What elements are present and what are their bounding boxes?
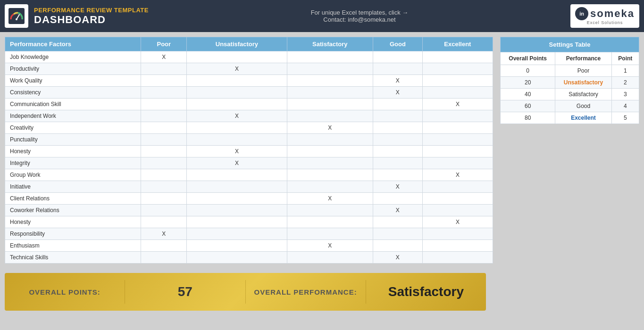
settings-title: Settings Table [501, 37, 639, 52]
overall-performance-label: OVERALL PERFORMANCE: [246, 283, 366, 301]
someka-logo: in someka Excel Solutions [575, 7, 635, 25]
rating-cell [373, 134, 422, 146]
table-row: ProductivityX [5, 63, 493, 75]
settings-point-cell: 1 [611, 65, 639, 77]
table-row: Work QualityX [5, 75, 493, 87]
rating-cell [373, 99, 422, 110]
rating-cell [141, 205, 187, 216]
rating-cell [422, 228, 493, 240]
rating-cell [187, 99, 287, 110]
factor-cell: Communication Skill [5, 99, 141, 110]
rating-cell [422, 146, 493, 157]
settings-row: 80Excellent5 [501, 112, 639, 124]
footer-divider-1 [125, 280, 125, 304]
table-row: InitiativeX [5, 181, 493, 193]
rating-cell: X [422, 169, 493, 181]
rating-cell [187, 75, 287, 87]
rating-cell [422, 110, 493, 122]
rating-cell [422, 63, 493, 75]
rating-cell [141, 240, 187, 252]
table-row: Communication SkillX [5, 99, 493, 110]
settings-table-container: Settings Table Overall Points Performanc… [500, 37, 639, 124]
performance-table-container: Performance Factors Poor Unsatisfactory … [5, 37, 493, 264]
table-row: ConsistencyX [5, 87, 493, 99]
col-header-unsat: Unsatisfactory [187, 37, 287, 51]
someka-icon: in [575, 7, 588, 20]
table-row: IntegrityX [5, 157, 493, 169]
factor-cell: Client Relations [5, 193, 141, 205]
rating-cell [141, 157, 187, 169]
settings-row: 20Unsatisfactory2 [501, 77, 639, 89]
rating-cell [422, 134, 493, 146]
factor-cell: Integrity [5, 157, 141, 169]
settings-col-perf: Performance [555, 52, 611, 65]
header-promo: For unique Excel templates, click → Cont… [311, 9, 409, 23]
rating-cell: X [287, 240, 373, 252]
rating-cell [373, 169, 422, 181]
svg-point-2 [16, 18, 17, 20]
rating-cell [187, 228, 287, 240]
rating-cell [287, 181, 373, 193]
table-row: Technical SkillsX [5, 252, 493, 264]
rating-cell [141, 193, 187, 205]
rating-cell [287, 63, 373, 75]
factor-cell: Technical Skills [5, 252, 141, 264]
rating-cell [422, 193, 493, 205]
rating-cell [373, 216, 422, 228]
rating-cell: X [373, 205, 422, 216]
col-header-exc: Excellent [422, 37, 493, 51]
rating-cell [141, 146, 187, 157]
someka-logo-container: in someka Excel Solutions [570, 4, 639, 28]
rating-cell [422, 51, 493, 63]
table-row: Coworker RelationsX [5, 205, 493, 216]
rating-cell [422, 87, 493, 99]
settings-row: 40Satisfactory3 [501, 89, 639, 100]
factor-cell: Independent Work [5, 110, 141, 122]
rating-cell [141, 87, 187, 99]
settings-points-cell: 0 [501, 65, 555, 77]
rating-cell [141, 63, 187, 75]
overall-points-value: 57 [125, 280, 245, 304]
rating-cell [287, 252, 373, 264]
rating-cell [187, 87, 287, 99]
rating-cell [373, 157, 422, 169]
table-row: HonestyX [5, 146, 493, 157]
rating-cell [141, 216, 187, 228]
rating-cell [187, 134, 287, 146]
rating-cell [422, 122, 493, 134]
settings-points-cell: 60 [501, 100, 555, 112]
rating-cell [373, 193, 422, 205]
col-header-sat: Satisfactory [287, 37, 373, 51]
rating-cell [187, 193, 287, 205]
rating-cell [422, 205, 493, 216]
rating-cell [422, 252, 493, 264]
settings-point-cell: 3 [611, 89, 639, 100]
col-header-factors: Performance Factors [5, 37, 141, 51]
rating-cell [422, 157, 493, 169]
rating-cell: X [187, 63, 287, 75]
rating-cell: X [422, 216, 493, 228]
factor-cell: Coworker Relations [5, 205, 141, 216]
settings-points-cell: 40 [501, 89, 555, 100]
main-content: Performance Factors Poor Unsatisfactory … [0, 32, 644, 268]
settings-point-cell: 4 [611, 100, 639, 112]
rating-cell [422, 75, 493, 87]
rating-cell: X [187, 146, 287, 157]
factor-cell: Creativity [5, 122, 141, 134]
factor-cell: Productivity [5, 63, 141, 75]
rating-cell [287, 216, 373, 228]
settings-performance-cell: Poor [555, 65, 611, 77]
rating-cell [287, 157, 373, 169]
rating-cell: X [141, 228, 187, 240]
header: PERFORMANCE REVIEW TEMPLATE DASHBOARD Fo… [0, 0, 644, 32]
factor-cell: Responsibility [5, 228, 141, 240]
rating-cell [373, 228, 422, 240]
rating-cell [287, 146, 373, 157]
header-titles: PERFORMANCE REVIEW TEMPLATE DASHBOARD [34, 7, 149, 26]
rating-cell [287, 87, 373, 99]
settings-performance-cell: Excellent [555, 112, 611, 124]
factor-cell: Work Quality [5, 75, 141, 87]
someka-tagline: Excel Solutions [587, 20, 623, 25]
rating-cell [141, 122, 187, 134]
factor-cell: Group Work [5, 169, 141, 181]
